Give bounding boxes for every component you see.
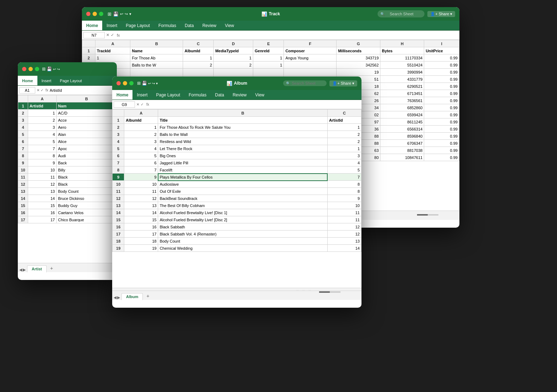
artist-cell-b[interactable]: Black bbox=[57, 181, 117, 188]
cell-D[interactable] bbox=[214, 69, 253, 76]
artist-cell-b[interactable]: Aero bbox=[57, 124, 117, 131]
album-cell-artistid[interactable]: 9 bbox=[327, 195, 361, 202]
album-cell-artistid[interactable]: 8 bbox=[327, 188, 361, 195]
cell-H[interactable]: 6599424 bbox=[380, 111, 424, 118]
cell-C[interactable] bbox=[183, 69, 214, 76]
album-cell-albumid[interactable]: 15 bbox=[124, 216, 158, 223]
track-tab-insert[interactable]: Insert bbox=[102, 21, 121, 30]
album-col-a[interactable]: A bbox=[124, 110, 158, 117]
album-cell-title[interactable]: Black Sabbath Vol. 4 (Remaster) bbox=[158, 231, 328, 238]
album-tab-formulas[interactable]: Formulas bbox=[184, 90, 211, 100]
album-cell-title[interactable]: Body Count bbox=[158, 238, 328, 245]
artist-cell-a[interactable]: 17 bbox=[28, 216, 57, 223]
artist-sheet-tab[interactable]: Artist bbox=[27, 265, 47, 272]
artist-cell-a[interactable]: 12 bbox=[28, 181, 57, 188]
album-cell-artistid[interactable]: 12 bbox=[327, 231, 361, 238]
artist-cell-a[interactable]: 2 bbox=[28, 117, 57, 124]
album-cell-artistid[interactable]: 5 bbox=[327, 166, 361, 174]
album-tab-pagelayout[interactable]: Page Layout bbox=[152, 90, 184, 100]
cell-H[interactable]: 6566314 bbox=[380, 126, 424, 133]
cell-I[interactable]: 0.99 bbox=[424, 140, 459, 147]
cell-H[interactable]: 6706347 bbox=[380, 140, 424, 147]
album-cell-title[interactable]: The Best Of Billy Cobham bbox=[158, 202, 328, 209]
cell-I[interactable]: 0.99 bbox=[424, 126, 459, 133]
cell-H[interactable]: 6290521 bbox=[380, 83, 424, 90]
artist-cell-b[interactable]: Chico Buarque bbox=[57, 216, 117, 223]
artist-cell-a[interactable]: 5 bbox=[28, 138, 57, 145]
album-cell-title[interactable]: Alcohol Fueled Brewtality Live! [Disc 1] bbox=[158, 209, 328, 216]
artist-minimize-button[interactable] bbox=[28, 67, 33, 71]
artist-nav-right[interactable]: ▶ bbox=[23, 267, 26, 272]
cell-I[interactable]: 0.99 bbox=[424, 104, 459, 111]
artist-cell-a[interactable]: 1 bbox=[28, 110, 57, 117]
album-cell-albumid[interactable]: 1 bbox=[124, 124, 158, 131]
cell-H[interactable]: 7636561 bbox=[380, 97, 424, 104]
album-cell-title[interactable]: Plays Metallica By Four Cellos bbox=[158, 174, 328, 181]
artist-cell-b[interactable]: Alan bbox=[57, 131, 117, 138]
cell-H[interactable]: 6852860 bbox=[380, 104, 424, 111]
track-formula-input[interactable] bbox=[121, 33, 458, 38]
artist-cell-a[interactable]: 8 bbox=[28, 152, 57, 159]
artist-tab-home[interactable]: Home bbox=[18, 76, 37, 85]
album-cell-artistid[interactable]: 1 bbox=[327, 145, 361, 152]
album-cell-artistid[interactable]: 2 bbox=[327, 138, 361, 145]
cell-I[interactable]: 0.99 bbox=[424, 76, 459, 83]
toolbar-icon-undo[interactable]: ↩ bbox=[120, 12, 123, 16]
cell-H[interactable]: 3990994 bbox=[380, 69, 424, 76]
album-cell-artistid[interactable]: 10 bbox=[327, 202, 361, 209]
album-formula-input[interactable] bbox=[151, 102, 360, 107]
artist-cell-a[interactable]: 3 bbox=[28, 124, 57, 131]
album-cell-title[interactable]: BackBeat Soundtrack bbox=[158, 195, 328, 202]
cell-C[interactable]: 1 bbox=[183, 54, 214, 62]
track-col-e[interactable]: E bbox=[253, 40, 284, 47]
album-col-c[interactable]: C bbox=[327, 110, 361, 117]
album-undo[interactable]: ↩ bbox=[148, 81, 151, 85]
track-col-g[interactable]: G bbox=[337, 40, 380, 47]
cell-I[interactable]: 0.99 bbox=[424, 69, 459, 76]
cell-I[interactable]: 0.99 bbox=[424, 97, 459, 104]
artist-name-box[interactable] bbox=[19, 87, 35, 94]
cell-D[interactable]: 1 bbox=[214, 54, 253, 62]
track-col-c[interactable]: C bbox=[183, 40, 214, 47]
track-share-button[interactable]: 👤+ Share ▾ bbox=[427, 11, 455, 17]
track-maximize-button[interactable] bbox=[99, 12, 103, 16]
artist-cell-b[interactable]: Apoc bbox=[57, 145, 117, 152]
cell-E[interactable] bbox=[253, 69, 284, 76]
album-cell-albumid[interactable]: 2 bbox=[124, 131, 158, 138]
album-close-button[interactable] bbox=[116, 81, 121, 85]
album-cell-albumid[interactable]: 10 bbox=[124, 181, 158, 188]
track-tab-data[interactable]: Data bbox=[181, 21, 198, 30]
artist-cell-b[interactable]: Alice bbox=[57, 138, 117, 145]
cell-H[interactable]: 11170334 bbox=[380, 54, 424, 62]
cell-H[interactable]: 10847611 bbox=[380, 154, 424, 161]
cell-A[interactable]: 1 bbox=[95, 54, 130, 62]
album-cell-artistid[interactable]: 4 bbox=[327, 159, 361, 166]
artist-cell-a[interactable]: 11 bbox=[28, 174, 57, 181]
album-cell-title[interactable]: Facelift bbox=[158, 166, 328, 174]
album-col-b[interactable]: B bbox=[158, 110, 328, 117]
album-search-input[interactable] bbox=[292, 81, 324, 85]
cell-C[interactable]: 2 bbox=[183, 62, 214, 69]
track-col-i[interactable]: I bbox=[424, 40, 459, 47]
album-cell-albumid[interactable]: 5 bbox=[124, 152, 158, 159]
album-cell-albumid[interactable]: 16 bbox=[124, 223, 158, 231]
album-tab-data[interactable]: Data bbox=[211, 90, 228, 100]
track-col-b[interactable]: B bbox=[130, 40, 183, 47]
artist-cell-a[interactable]: 13 bbox=[28, 188, 57, 195]
album-cell-albumid[interactable]: 14 bbox=[124, 209, 158, 216]
album-cell-title[interactable]: Jagged Little Pill bbox=[158, 159, 328, 166]
cell-I[interactable]: 0.99 bbox=[424, 118, 459, 126]
track-col-h[interactable]: H bbox=[380, 40, 424, 47]
album-cell-title[interactable]: Black Sabbath bbox=[158, 223, 328, 231]
artist-cell-b[interactable]: Bruce Dickinso bbox=[57, 195, 117, 202]
track-col-f[interactable]: F bbox=[284, 40, 337, 47]
album-cell-artistid[interactable]: 11 bbox=[327, 216, 361, 223]
artist-cell-a[interactable]: 16 bbox=[28, 209, 57, 216]
cell-I[interactable]: 0.99 bbox=[424, 90, 459, 97]
cell-F[interactable] bbox=[284, 69, 337, 76]
artist-undo[interactable]: ↩ bbox=[53, 67, 56, 71]
album-cell-title[interactable]: Out Of Exile bbox=[158, 188, 328, 195]
cell-F[interactable] bbox=[284, 62, 337, 69]
artist-col-a[interactable]: A bbox=[28, 95, 57, 102]
track-col-d[interactable]: D bbox=[214, 40, 253, 47]
